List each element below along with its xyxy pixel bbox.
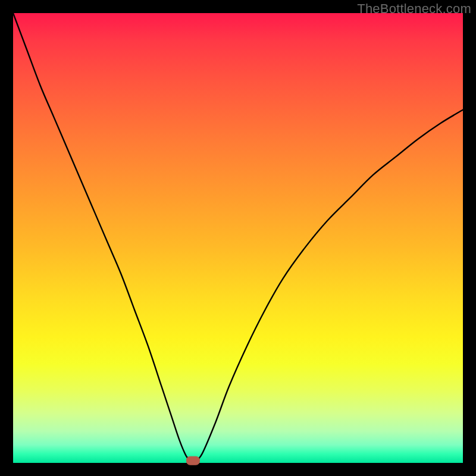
chart-frame: TheBottleneck.com	[0, 0, 476, 476]
bottleneck-curve	[13, 13, 463, 461]
plot-area	[13, 13, 463, 463]
curve-svg	[13, 13, 463, 463]
optimal-marker	[186, 456, 199, 465]
